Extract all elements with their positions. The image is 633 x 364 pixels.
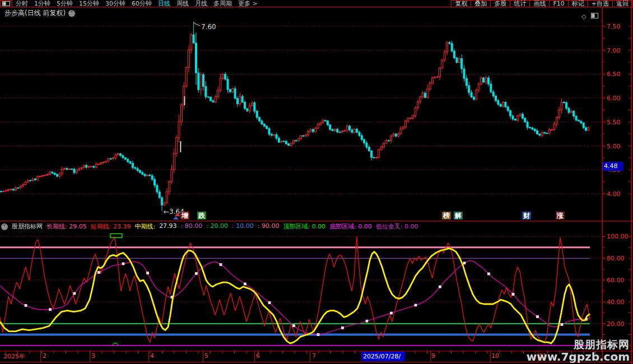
magenta-marker <box>25 304 27 306</box>
candle <box>20 186 21 188</box>
page-title: 步步高(日线 前复权) <box>4 8 66 18</box>
toolbar-item-2[interactable]: 5分钟 <box>57 0 73 7</box>
candle <box>95 164 97 167</box>
candle <box>522 114 523 118</box>
toolbar-button-8[interactable]: 返回 <box>612 0 632 7</box>
toolbar-item-0[interactable]: 分时 <box>16 0 28 7</box>
candle <box>349 126 351 130</box>
candle <box>490 84 492 92</box>
candle <box>480 78 482 84</box>
toolbar-item-8[interactable]: 月线 <box>195 0 207 7</box>
candle <box>558 110 560 117</box>
candle <box>553 124 555 130</box>
indicator-value-9: 底部区域: 0.00 <box>329 222 372 231</box>
badge-zhang[interactable]: 涨 <box>556 212 565 220</box>
toolbar-item-1[interactable]: 1分钟 <box>34 0 50 7</box>
candle <box>534 129 536 131</box>
magenta-marker <box>122 263 124 265</box>
magenta-marker <box>390 312 393 314</box>
candle <box>548 130 550 133</box>
candle <box>57 175 58 176</box>
candle <box>37 176 39 180</box>
badge-dec[interactable]: 跌 <box>197 212 206 220</box>
badge-bang[interactable]: 榜 <box>442 212 451 220</box>
toolbar-item-4[interactable]: 30分钟 <box>105 0 125 7</box>
candle <box>156 185 158 192</box>
chevron-down-icon[interactable]: ˅ <box>1 223 8 230</box>
candle <box>190 35 192 50</box>
candle <box>232 89 234 92</box>
candle <box>161 198 163 205</box>
diamond-icon[interactable]: ◇ <box>581 13 586 20</box>
badge-jie[interactable]: 解 <box>454 212 463 220</box>
toolbar-item-7[interactable]: 周线 <box>176 0 189 7</box>
toolbar-item-6[interactable]: 日线 <box>158 0 170 7</box>
toolbar-item-3[interactable]: 15分钟 <box>79 0 99 7</box>
badge-inc[interactable]: 增 <box>180 212 189 220</box>
candle <box>22 184 24 186</box>
price-axis-label: 5.00 <box>607 143 621 150</box>
toolbar-item-5[interactable]: 60分钟 <box>132 0 152 7</box>
toolbar-item-10[interactable]: 更多 > <box>238 0 258 7</box>
candle <box>273 135 275 136</box>
candle <box>256 111 258 118</box>
top-zone-signal-box <box>110 234 122 237</box>
toolbar-button-4[interactable]: 画线 <box>529 0 550 7</box>
month-label-1: 2 <box>43 352 46 360</box>
candle <box>268 129 270 134</box>
candle <box>73 169 75 172</box>
magenta-marker <box>220 263 222 265</box>
candle <box>3 191 4 192</box>
candle <box>463 69 465 78</box>
cursor-mark <box>184 96 185 105</box>
candle <box>539 134 541 136</box>
candle <box>514 119 516 120</box>
candle <box>283 141 285 142</box>
watermark-line2: www.7gpzb.com <box>527 351 630 363</box>
candle <box>244 102 246 109</box>
indicator-axis-label: 60.00 <box>607 277 625 284</box>
badge-cai[interactable]: 财 <box>522 212 531 220</box>
toolbar-button-6[interactable]: 标记 <box>568 0 588 7</box>
indicator-value-2: 中期线: <box>134 222 155 231</box>
candle <box>285 141 287 143</box>
chevron-down-icon[interactable]: ˅ <box>68 10 75 17</box>
toolbar-button-1[interactable]: 叠加 <box>471 0 491 7</box>
candle <box>115 155 117 158</box>
candle <box>68 169 70 170</box>
magenta-marker <box>49 309 52 311</box>
month-label-0: 2025年 <box>3 352 25 361</box>
magenta-marker <box>196 272 198 274</box>
toolbar-button-5[interactable]: F10 <box>549 0 568 7</box>
pane-icon[interactable] <box>591 13 598 20</box>
magenta-marker <box>439 286 441 288</box>
candle <box>88 166 90 167</box>
candle <box>566 102 567 108</box>
candle <box>405 121 407 127</box>
candle <box>66 169 68 170</box>
candle <box>359 132 360 136</box>
candle <box>393 134 394 136</box>
candle <box>429 83 431 89</box>
chart-canvas[interactable]: 7.507.006.506.005.505.004.504.007.60←3.6… <box>0 0 633 364</box>
candle <box>12 189 14 190</box>
candle <box>488 78 490 84</box>
toolbar-item-9[interactable]: 多周期 <box>213 0 232 7</box>
last-price-badge: 4.48 <box>603 162 623 171</box>
candle <box>34 179 36 180</box>
candle <box>468 86 470 92</box>
candle <box>339 132 341 133</box>
split-pane-icon[interactable] <box>0 0 12 7</box>
candle <box>100 163 102 164</box>
candle <box>120 153 122 155</box>
toolbar-button-7[interactable]: +自选 <box>588 0 613 7</box>
candle <box>49 172 51 174</box>
candle <box>17 188 19 188</box>
toolbar-button-3[interactable]: 统计 <box>510 0 530 7</box>
candle <box>334 129 336 130</box>
toolbar-button-0[interactable]: 复权 <box>451 0 471 7</box>
candle <box>169 181 170 192</box>
toolbar-button-2[interactable]: 多股 <box>490 0 510 7</box>
indicator-value-3: 27.93 <box>159 222 177 231</box>
candle <box>436 77 438 77</box>
